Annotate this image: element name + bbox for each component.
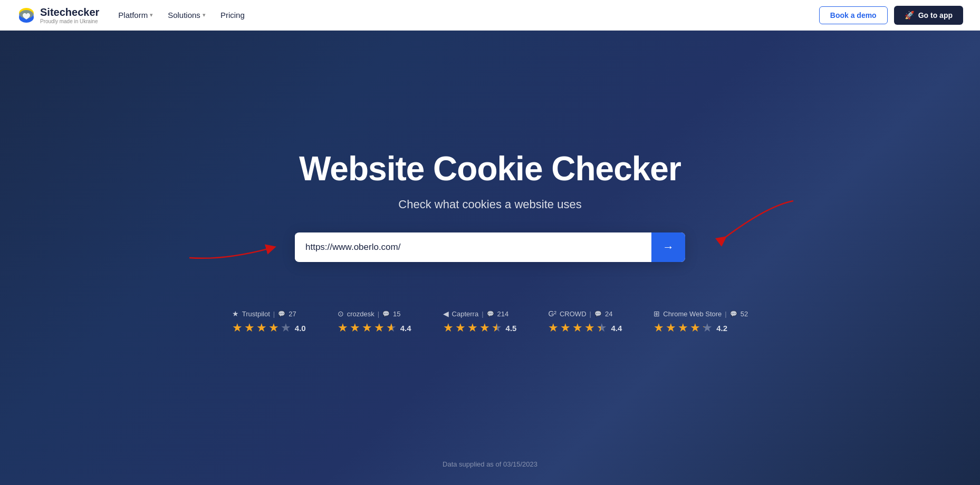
g2-score: 4.4 bbox=[611, 324, 622, 333]
trustpilot-icon: ★ bbox=[232, 309, 239, 318]
chrome-comment-icon: 💬 bbox=[730, 311, 737, 317]
g2-icon: G² bbox=[548, 309, 556, 318]
g2-comment-icon: 💬 bbox=[594, 311, 602, 317]
crozdesk-comment-icon: 💬 bbox=[382, 311, 390, 317]
navbar: Sitechecker Proudly made in Ukraine Plat… bbox=[0, 0, 980, 31]
trustpilot-comment-icon: 💬 bbox=[278, 311, 285, 317]
capterra-count: 214 bbox=[497, 310, 509, 318]
capterra-comment-icon: 💬 bbox=[487, 311, 494, 317]
chrome-icon: ⊞ bbox=[654, 309, 660, 318]
crozdesk-score: 4.4 bbox=[400, 324, 411, 333]
rating-crozdesk: ⊙ crozdesk | 💬 15 ★ ★ ★ ★ ★ 4.4 bbox=[338, 309, 411, 335]
book-demo-button[interactable]: Book a demo bbox=[819, 6, 888, 24]
logo-icon bbox=[17, 6, 36, 25]
nav-platform[interactable]: Platform ▾ bbox=[118, 11, 153, 20]
trustpilot-count: 27 bbox=[289, 310, 296, 318]
nav-links: Platform ▾ Solutions ▾ Pricing bbox=[118, 11, 244, 20]
nav-right: Book a demo 🚀 Go to app bbox=[819, 6, 963, 25]
crozdesk-icon: ⊙ bbox=[338, 309, 344, 318]
chrome-count: 52 bbox=[741, 310, 748, 318]
trustpilot-label: Trustpilot bbox=[242, 310, 270, 318]
data-note: Data supplied as of 03/15/2023 bbox=[443, 460, 537, 468]
capterra-icon: ◀ bbox=[443, 309, 449, 318]
nav-solutions[interactable]: Solutions ▾ bbox=[168, 11, 206, 20]
logo-name: Sitechecker bbox=[40, 6, 99, 18]
rating-capterra: ◀ Capterra | 💬 214 ★ ★ ★ ★ ★ 4.5 bbox=[443, 309, 517, 335]
hero-subtitle: Check what cookies a website uses bbox=[398, 198, 581, 211]
hero-title: Website Cookie Checker bbox=[299, 149, 681, 188]
crozdesk-count: 15 bbox=[393, 310, 400, 318]
rating-g2crowd: G² CROWD | 💬 24 ★ ★ ★ ★ ★ 4.4 bbox=[548, 309, 622, 335]
submit-arrow-icon: → bbox=[662, 240, 674, 254]
hero-section: Website Cookie Checker Check what cookie… bbox=[0, 0, 980, 485]
ratings-bar: ★ Trustpilot | 💬 27 ★ ★ ★ ★ ★ 4.0 bbox=[232, 309, 748, 335]
g2-label: CROWD bbox=[560, 310, 587, 318]
rating-chrome: ⊞ Chrome Web Store | 💬 52 ★ ★ ★ ★ ★ 4.2 bbox=[654, 309, 748, 335]
chrome-label: Chrome Web Store bbox=[663, 310, 722, 318]
crozdesk-label: crozdesk bbox=[347, 310, 374, 318]
url-search-input[interactable] bbox=[295, 234, 651, 261]
chrome-score: 4.2 bbox=[716, 324, 727, 333]
rocket-icon: 🚀 bbox=[905, 11, 915, 20]
solutions-chevron-icon: ▾ bbox=[203, 12, 206, 18]
logo-subtitle: Proudly made in Ukraine bbox=[40, 18, 99, 24]
arrow-left-indicator bbox=[184, 231, 284, 263]
nav-left: Sitechecker Proudly made in Ukraine Plat… bbox=[17, 6, 245, 25]
rating-trustpilot: ★ Trustpilot | 💬 27 ★ ★ ★ ★ ★ 4.0 bbox=[232, 309, 306, 335]
arrow-right-indicator bbox=[693, 196, 799, 248]
capterra-label: Capterra bbox=[452, 310, 479, 318]
platform-chevron-icon: ▾ bbox=[150, 12, 153, 18]
g2-count: 24 bbox=[605, 310, 612, 318]
hero-content: Website Cookie Checker Check what cookie… bbox=[232, 149, 748, 335]
logo-text: Sitechecker Proudly made in Ukraine bbox=[40, 6, 99, 24]
trustpilot-score: 4.0 bbox=[295, 324, 306, 333]
nav-pricing[interactable]: Pricing bbox=[220, 11, 245, 20]
search-wrapper: → bbox=[295, 232, 685, 262]
go-to-app-button[interactable]: 🚀 Go to app bbox=[894, 6, 963, 25]
capterra-score: 4.5 bbox=[506, 324, 517, 333]
search-box: → bbox=[295, 232, 685, 262]
logo[interactable]: Sitechecker Proudly made in Ukraine bbox=[17, 6, 99, 25]
search-submit-button[interactable]: → bbox=[651, 232, 685, 262]
